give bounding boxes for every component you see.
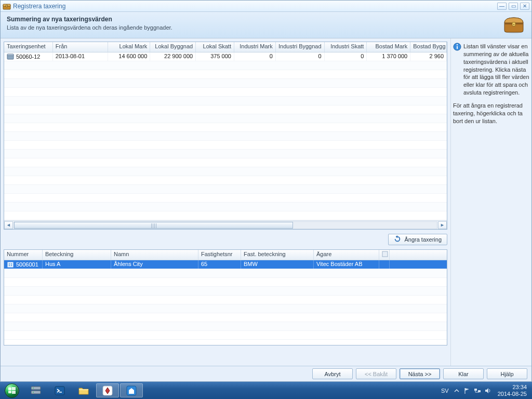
taskbar-item-app2[interactable] — [120, 383, 143, 397]
taskbar-item-explorer[interactable] — [72, 383, 95, 397]
horizontal-scrollbar[interactable]: ◄ ► — [4, 220, 447, 229]
close-button[interactable]: ✕ — [520, 3, 529, 10]
cell-agare: Vitec Bostäder AB — [314, 260, 379, 269]
clock-time: 23:34 — [498, 384, 527, 391]
col-bostad-mark[interactable]: Bostad Mark — [367, 42, 410, 52]
svg-rect-22 — [31, 387, 41, 390]
flag-icon[interactable] — [463, 387, 471, 394]
summary-grid-header: Taxeringsenhet Från Lokal Mark Lokal Byg… — [4, 42, 447, 52]
detail-grid-body: 5006001 Hus A Åhlens City 65 BMW Vitec B… — [4, 260, 447, 345]
cell-namn: Åhlens City — [111, 260, 198, 269]
cell-nummer: 5006001 — [16, 261, 38, 268]
cell-beteckning: Hus A — [43, 260, 111, 269]
info-icon — [453, 43, 461, 52]
undo-label: Ångra taxering — [404, 236, 442, 243]
col-nummer[interactable]: Nummer — [4, 250, 43, 260]
page-subtitle: Lista av de nya taxeringsvärdena och der… — [7, 24, 502, 31]
col-lokal-skatt[interactable]: Lokal Skatt — [196, 42, 234, 52]
cell-fast-beteckning: BMW — [241, 260, 314, 269]
svg-rect-11 — [9, 263, 10, 264]
start-button[interactable] — [0, 382, 24, 399]
cell-lokal-skatt: 375 000 — [196, 52, 234, 61]
col-beteckning[interactable]: Beteckning — [43, 250, 111, 260]
maximize-button[interactable]: ▭ — [509, 3, 518, 10]
cell-industri-byggnad: 0 — [276, 52, 325, 61]
scroll-track[interactable] — [14, 221, 437, 229]
taskbar-item-servers[interactable] — [24, 383, 47, 397]
scroll-left-button[interactable]: ◄ — [4, 221, 13, 229]
cell-bostad-mark: 1 370 000 — [367, 52, 410, 61]
titlebar: Registrera taxering — ▭ ✕ — [1, 1, 531, 12]
svg-rect-28 — [79, 389, 88, 390]
help-button[interactable]: Hjälp — [487, 368, 527, 379]
svg-point-24 — [33, 388, 34, 389]
detail-grid[interactable]: Nummer Beteckning Namn Fastighetsnr Fast… — [4, 249, 447, 345]
taskbar-item-app1[interactable] — [96, 383, 119, 397]
col-agare[interactable]: Ägare — [314, 250, 379, 260]
col-fast-beteckning[interactable]: Fast. beteckning — [241, 250, 314, 260]
cell-fran: 2013-08-01 — [53, 52, 108, 61]
detail-grid-header: Nummer Beteckning Namn Fastighetsnr Fast… — [4, 250, 447, 260]
col-fastighetsnr[interactable]: Fastighetsnr — [198, 250, 241, 260]
col-extra[interactable] — [379, 250, 390, 260]
wizard-footer: Avbryt << Bakåt Nästa >> Klar Hjälp — [1, 366, 531, 381]
svg-rect-10 — [8, 262, 13, 267]
col-industri-skatt[interactable]: Industri Skatt — [325, 42, 367, 52]
col-fran[interactable]: Från — [53, 42, 108, 52]
svg-point-25 — [33, 392, 34, 393]
info-text-2: För att ångra en registrerad taxering, h… — [453, 102, 529, 125]
header-band: Summering av nya taxeringsvärden Lista a… — [1, 12, 531, 38]
cell-taxeringsenhet: 50060-12 — [16, 54, 41, 60]
table-row[interactable]: 5006001 Hus A Åhlens City 65 BMW Vitec B… — [4, 260, 447, 269]
app-icon — [3, 2, 11, 10]
summary-grid-body: 50060-12 2013-08-01 14 600 000 22 900 00… — [4, 52, 447, 220]
svg-point-6 — [513, 24, 514, 25]
next-button[interactable]: Nästa >> — [400, 368, 440, 379]
speaker-icon[interactable] — [484, 387, 491, 394]
col-industri-mark[interactable]: Industri Mark — [234, 42, 276, 52]
svg-point-17 — [457, 44, 458, 45]
window-title: Registrera taxering — [13, 3, 497, 10]
done-button[interactable]: Klar — [443, 368, 484, 379]
svg-rect-18 — [8, 388, 11, 390]
col-bostad-bygg[interactable]: Bostad Bygg — [410, 42, 447, 52]
scroll-right-button[interactable]: ► — [438, 221, 447, 229]
table-row[interactable]: 50060-12 2013-08-01 14 600 000 22 900 00… — [4, 52, 447, 61]
col-industri-byggnad[interactable]: Industri Byggnad — [276, 42, 325, 52]
svg-rect-23 — [31, 391, 41, 394]
col-lokal-byggnad[interactable]: Lokal Byggnad — [150, 42, 196, 52]
scroll-thumb[interactable] — [14, 222, 293, 229]
cancel-button[interactable]: Avbryt — [312, 368, 353, 379]
system-tray[interactable]: SV 23:34 2014-08-25 — [440, 384, 532, 397]
clock-date: 2014-08-25 — [498, 391, 527, 397]
row-icon — [7, 53, 14, 60]
main-area: Taxeringsenhet Från Lokal Mark Lokal Byg… — [1, 38, 531, 366]
undo-taxering-button[interactable]: Ångra taxering — [388, 234, 447, 245]
tray-chevron-icon[interactable] — [453, 387, 460, 394]
page-title: Summering av nya taxeringsvärden — [7, 16, 502, 23]
summary-grid[interactable]: Taxeringsenhet Från Lokal Mark Lokal Byg… — [4, 42, 447, 230]
svg-rect-13 — [9, 265, 10, 266]
col-lokal-mark[interactable]: Lokal Mark — [108, 42, 151, 52]
back-button[interactable]: << Bakåt — [356, 368, 396, 379]
col-namn[interactable]: Namn — [111, 250, 198, 260]
language-indicator[interactable]: SV — [440, 388, 450, 394]
svg-rect-9 — [382, 251, 388, 257]
svg-rect-21 — [12, 391, 16, 394]
taskbar[interactable]: SV 23:34 2014-08-25 — [0, 382, 532, 399]
svg-rect-16 — [457, 46, 458, 49]
cell-lokal-byggnad: 22 900 000 — [150, 52, 196, 61]
minimize-button[interactable]: — — [497, 3, 507, 10]
network-icon[interactable] — [474, 387, 481, 394]
cell-bostad-bygg: 2 960 — [410, 52, 447, 61]
svg-rect-19 — [12, 387, 16, 390]
col-taxeringsenhet[interactable]: Taxeringsenhet — [4, 42, 53, 52]
taskbar-item-powershell[interactable] — [48, 383, 71, 397]
undo-bar: Ångra taxering — [4, 233, 447, 246]
svg-rect-12 — [11, 263, 12, 264]
cell-industri-skatt: 0 — [325, 52, 367, 61]
undo-icon — [394, 235, 401, 244]
taskbar-clock[interactable]: 23:34 2014-08-25 — [495, 384, 530, 397]
svg-rect-2 — [6, 5, 8, 7]
svg-rect-20 — [8, 391, 11, 393]
